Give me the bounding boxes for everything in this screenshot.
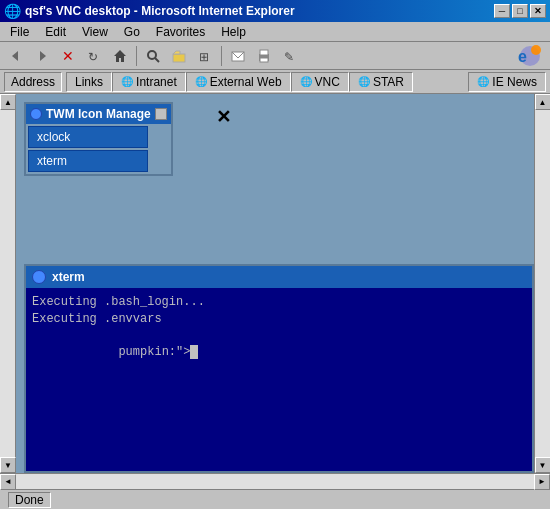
scroll-left-button[interactable]: ◄ (0, 474, 16, 490)
xterm-line-2: Executing .envvars (32, 311, 526, 328)
xterm-prompt: pumpkin:"> (118, 345, 190, 359)
folders-button[interactable] (167, 45, 191, 67)
title-bar-text: 🌐 qsf's VNC desktop - Microsoft Internet… (4, 3, 295, 19)
star-icon: 🌐 (358, 76, 370, 87)
xterm-window: xterm Executing .bash_login... Executing… (24, 264, 534, 473)
title-bar: 🌐 qsf's VNC desktop - Microsoft Internet… (0, 0, 550, 22)
svg-line-6 (155, 58, 159, 62)
svg-text:↻: ↻ (88, 50, 98, 64)
status-bar: Done (0, 489, 550, 509)
maximize-button[interactable]: □ (512, 4, 528, 18)
ie-news-area: 🌐 IE News (468, 72, 546, 92)
close-button[interactable]: ✕ (530, 4, 546, 18)
menu-edit[interactable]: Edit (39, 23, 72, 41)
scroll-up-button[interactable]: ▲ (0, 94, 16, 110)
history-button[interactable]: ⊞ (193, 45, 217, 67)
edit-button[interactable]: ✎ (278, 45, 302, 67)
back-button[interactable] (4, 45, 28, 67)
svg-text:✎: ✎ (284, 50, 294, 64)
ie-news-button[interactable]: 🌐 IE News (468, 72, 546, 92)
toolbar: ✕ ↻ ⊞ ✎ e (0, 42, 550, 70)
svg-text:e: e (518, 48, 527, 65)
svg-marker-1 (40, 51, 46, 61)
svg-marker-0 (12, 51, 18, 61)
bottom-scrollbar: ◄ ► (0, 473, 550, 489)
mail-button[interactable] (226, 45, 250, 67)
home-button[interactable] (108, 45, 132, 67)
right-scrollbar: ▲ ▼ (534, 94, 550, 473)
intranet-button[interactable]: 🌐 Intranet (112, 72, 186, 92)
status-text: Done (15, 493, 44, 507)
address-bar: Address Links 🌐 Intranet 🌐 External Web … (0, 70, 550, 94)
xterm-line-1: Executing .bash_login... (32, 294, 526, 311)
left-scrollbar: ▲ ▼ (0, 94, 16, 473)
print-button[interactable] (252, 45, 276, 67)
svg-marker-8 (173, 51, 180, 54)
menu-file[interactable]: File (4, 23, 35, 41)
external-web-button[interactable]: 🌐 External Web (186, 72, 291, 92)
menu-bar: File Edit View Go Favorites Help (0, 22, 550, 42)
toolbar-divider-2 (221, 46, 222, 66)
links-group: Links 🌐 Intranet 🌐 External Web 🌐 VNC 🌐 … (66, 72, 413, 92)
svg-point-5 (148, 51, 156, 59)
vnc-icon: 🌐 (300, 76, 312, 87)
title-bar-label: qsf's VNC desktop - Microsoft Internet E… (25, 4, 295, 18)
intranet-icon: 🌐 (121, 76, 133, 87)
vnc-button[interactable]: 🌐 VNC (291, 72, 349, 92)
twm-title-label: TWM Icon Manage (46, 107, 151, 121)
xterm-cursor (190, 345, 198, 359)
forward-button[interactable] (30, 45, 54, 67)
menu-help[interactable]: Help (215, 23, 252, 41)
stop-button[interactable]: ✕ (56, 45, 80, 67)
toolbar-divider-1 (136, 46, 137, 66)
svg-rect-7 (173, 54, 185, 62)
twm-icon-manager: TWM Icon Manage xclock xterm (24, 102, 173, 176)
xterm-button[interactable]: xterm (28, 150, 148, 172)
xterm-titlebar[interactable]: xterm (26, 266, 532, 288)
ie-news-icon: 🌐 (477, 76, 489, 87)
xterm-body[interactable]: Executing .bash_login... Executing .envv… (26, 288, 532, 471)
status-panel: Done (8, 492, 51, 508)
menu-favorites[interactable]: Favorites (150, 23, 211, 41)
menu-go[interactable]: Go (118, 23, 146, 41)
scroll-right-up-button[interactable]: ▲ (535, 94, 551, 110)
scroll-down-button[interactable]: ▼ (0, 457, 16, 473)
h-scroll-track (16, 474, 534, 489)
svg-rect-12 (260, 50, 268, 55)
scroll-right-down-button[interactable]: ▼ (535, 457, 551, 473)
title-bar-controls: ─ □ ✕ (494, 4, 546, 18)
xclock-button[interactable]: xclock (28, 126, 148, 148)
star-button[interactable]: 🌐 STAR (349, 72, 413, 92)
svg-rect-13 (260, 58, 268, 62)
browser-icon: 🌐 (4, 3, 21, 19)
xterm-line-3: pumpkin:"> (32, 328, 526, 378)
close-x-button[interactable]: ✕ (216, 106, 231, 128)
scroll-right-button[interactable]: ► (534, 474, 550, 490)
twm-icon-dot (30, 108, 42, 120)
vnc-desktop: TWM Icon Manage xclock xterm ✕ xterm Exe… (16, 94, 534, 473)
svg-text:⊞: ⊞ (199, 50, 209, 64)
minimize-button[interactable]: ─ (494, 4, 510, 18)
menu-view[interactable]: View (76, 23, 114, 41)
svg-marker-4 (114, 50, 126, 62)
right-scroll-track (535, 110, 550, 457)
svg-text:✕: ✕ (62, 48, 74, 64)
external-web-icon: 🌐 (195, 76, 207, 87)
xterm-icon-dot (32, 270, 46, 284)
twm-titlebar[interactable]: TWM Icon Manage (26, 104, 171, 124)
svg-point-17 (531, 45, 541, 55)
ie-logo-icon: e (514, 44, 546, 68)
refresh-button[interactable]: ↻ (82, 45, 106, 67)
scroll-track (0, 110, 15, 457)
twm-iconify-button[interactable] (155, 108, 167, 120)
address-label[interactable]: Address (4, 72, 62, 92)
xterm-title-label: xterm (52, 270, 85, 284)
links-button[interactable]: Links (66, 72, 112, 92)
search-button[interactable] (141, 45, 165, 67)
